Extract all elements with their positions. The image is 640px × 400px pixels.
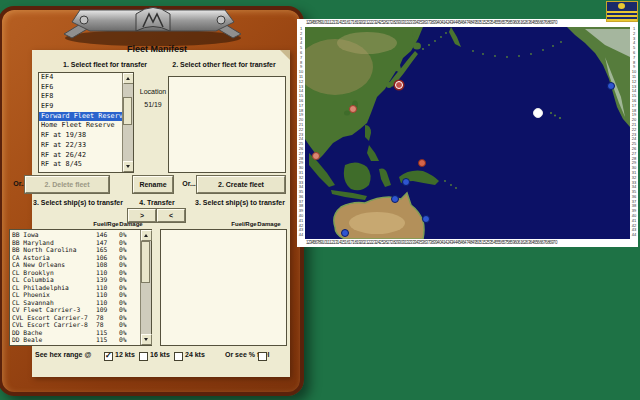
game-screen: Fleet Manifest 1. Select fleet for trans… (0, 0, 640, 400)
scroll-up-button[interactable] (141, 230, 152, 241)
select-ships-right-label: 3. Select ship(s) to transfer (175, 199, 305, 206)
see-hex-range-label: See hex range @ (35, 351, 91, 358)
ship-list-scrollbar[interactable] (140, 230, 151, 345)
map-window: 1 2 3 4 5 6 7 8 9 10 11 12 13 14 15 16 1… (297, 19, 638, 247)
fleet-item[interactable]: EF6 (39, 83, 123, 93)
rank-stripes-icon (607, 11, 637, 21)
fleet-listbox[interactable]: EF4 EF6 EF8 EF9 Forward Fleet Reserve Ho… (38, 72, 134, 173)
fleet-marker[interactable] (533, 108, 543, 118)
scroll-down-icon (126, 165, 130, 168)
fleet-marker[interactable] (418, 159, 426, 167)
fleet-marker[interactable] (422, 215, 430, 223)
ship-row[interactable]: CL Philadelphia1100% (10, 284, 140, 292)
pacific-map-terrain (305, 27, 630, 239)
fleet-marker[interactable] (402, 178, 410, 186)
fleet-marker[interactable] (395, 81, 403, 89)
ship-listbox[interactable]: BB Iowa1460% BB Maryland1470% BB North C… (9, 229, 152, 346)
scroll-thumb[interactable] (141, 241, 150, 283)
ship-row[interactable]: CL Columbia1390% (10, 276, 140, 284)
scroll-up-icon (126, 77, 130, 80)
hex-range-24kts-checkbox[interactable] (174, 352, 183, 361)
fleet-marker[interactable] (341, 229, 349, 237)
rank-insignia-icon[interactable] (606, 1, 638, 22)
ship-row[interactable]: CVL Escort Carrier-8780% (10, 321, 140, 329)
ship-row[interactable]: DD Beale1150% (10, 336, 140, 344)
map-hex-ruler-right: 1234567891011121314151617181920212223242… (630, 27, 638, 239)
select-other-fleet-label: 2. Select other fleet for transfer (158, 61, 290, 68)
kts24-label: 24 kts (185, 351, 205, 358)
hex-range-12kts-checkbox[interactable] (104, 352, 113, 361)
rename-button[interactable]: Rename (133, 176, 173, 193)
fleet-item[interactable]: RF at 19/38 (39, 131, 123, 141)
ship-row[interactable]: BB North Carolina1650% (10, 246, 140, 254)
ship-row[interactable]: CL Phoenix1100% (10, 291, 140, 299)
fleet-item-selected[interactable]: Forward Fleet Reserve (39, 112, 123, 122)
map-hex-ruler-top: 1 2 3 4 5 6 7 8 9 10 11 12 13 14 15 16 1… (305, 19, 630, 27)
map-hex-ruler-left: 1234567891011121314151617181920212223242… (297, 27, 305, 239)
fleet-marker[interactable] (391, 195, 399, 203)
fleet-item[interactable]: EF9 (39, 102, 123, 112)
ship-row[interactable]: CA New Orleans1080% (10, 261, 140, 269)
select-fleet-label: 1. Select fleet for transfer (40, 61, 170, 68)
map-hex-ruler-bottom: 1 2 3 4 5 6 7 8 9 10 11 12 13 14 15 16 1… (305, 239, 630, 247)
kts12-label: 12 kts (115, 351, 135, 358)
other-fleet-listbox[interactable] (168, 76, 286, 173)
ship-row[interactable]: CV Fleet Carrier-31090% (10, 306, 140, 314)
ship-row[interactable]: CL Brooklyn1100% (10, 269, 140, 277)
create-fleet-button[interactable]: 2. Create fleet (197, 176, 285, 193)
rank-field (607, 2, 637, 11)
see-fuel-checkbox[interactable] (258, 352, 267, 361)
kts16-label: 16 kts (150, 351, 170, 358)
fleet-item[interactable]: EF4 (39, 73, 123, 83)
transfer-left-button[interactable]: < (157, 209, 185, 222)
clipboard-clip-icon (60, 0, 245, 46)
ship-row[interactable]: CVL Escort Carrier-7780% (10, 314, 140, 322)
scroll-down-button[interactable] (123, 161, 134, 172)
scroll-up-button[interactable] (123, 73, 134, 84)
fleet-item[interactable]: EF8 (39, 92, 123, 102)
fleet-marker[interactable] (349, 105, 357, 113)
rank-emblem-icon (618, 3, 625, 9)
or-label-2: Or... (179, 180, 199, 187)
delete-fleet-button[interactable]: 2. Delete fleet (25, 176, 109, 193)
fleet-item[interactable]: RF at 8/45 (39, 160, 123, 170)
ship-row[interactable]: DD Bache1150% (10, 329, 140, 337)
fleet-marker[interactable] (607, 82, 615, 90)
scroll-up-icon (144, 234, 148, 237)
pacific-map[interactable] (305, 27, 630, 239)
damage-header-left: Damage (116, 221, 146, 227)
ship-row[interactable]: CA Astoria1060% (10, 254, 140, 262)
ship-row[interactable]: CL Savannah1100% (10, 299, 140, 307)
ship-row[interactable]: BB Iowa1460% (10, 231, 140, 239)
fleet-item[interactable]: RF at 22/33 (39, 141, 123, 151)
fleet-item[interactable]: Home Fleet Reserve (39, 121, 123, 131)
fleet-item[interactable]: RF at 26/42 (39, 151, 123, 161)
damage-header-right: Damage (254, 221, 284, 227)
fleet-marker[interactable] (312, 152, 320, 160)
scroll-down-button[interactable] (141, 334, 152, 345)
hex-range-16kts-checkbox[interactable] (139, 352, 148, 361)
scroll-down-icon (144, 338, 148, 341)
ship-row[interactable]: BB Maryland1470% (10, 239, 140, 247)
other-ship-listbox[interactable] (160, 229, 287, 346)
